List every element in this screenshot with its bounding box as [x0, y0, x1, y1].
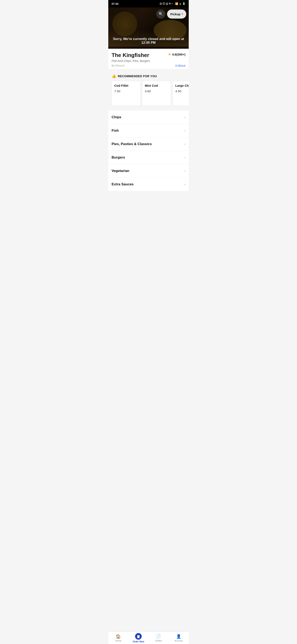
category-burgers[interactable]: Burgers ›	[108, 151, 189, 164]
refresh-icon: ↻	[169, 2, 171, 5]
food-card-name: Mini Cod	[145, 84, 168, 88]
category-name: Vegetarian	[112, 169, 129, 173]
food-card-price: 4.50	[175, 90, 189, 93]
rating-text: 4.6(300+)	[172, 53, 185, 56]
category-name: Pies, Pasties & Classics	[112, 142, 152, 146]
cuisine-text: Fish And Chips, Pies, Burgers	[112, 59, 185, 62]
pickup-button[interactable]: Pickup ▾	[167, 10, 186, 18]
top-navigation: 🔍 Pickup ▾	[108, 8, 189, 21]
wifi-icon: ▲	[179, 2, 182, 5]
star-icon: ★	[168, 52, 171, 56]
restaurant-name: The Kingfisher	[112, 52, 168, 58]
chevron-right-icon: ›	[184, 116, 185, 119]
food-card-price: 4.60	[145, 90, 168, 93]
restaurant-header: The Kingfisher ★ 4.6(300+)	[112, 52, 185, 58]
recommended-title: RECOMMENDED FOR YOU	[118, 74, 157, 78]
status-time: 07:43	[112, 2, 118, 5]
recommended-section: 👍 RECOMMENDED FOR YOU Cod Fillet 7.50 Mi…	[108, 70, 189, 109]
chevron-right-icon: ›	[184, 142, 185, 146]
open-time: 12:00 PM	[141, 41, 156, 44]
food-card-large-chips[interactable]: Large Chips 4.50	[173, 81, 189, 106]
recommended-header: 👍 RECOMMENDED FOR YOU	[108, 74, 189, 81]
chevron-right-icon: ›	[184, 169, 185, 173]
pickup-label: Pickup	[170, 12, 180, 16]
battery-icon: 🔋	[182, 2, 185, 5]
category-extra-sauces[interactable]: Extra Sauces ›	[108, 178, 189, 191]
dot-icon: •	[172, 2, 173, 5]
hero-overlay: 🔍 Pickup ▾ Sorry, We're currently closed…	[108, 8, 189, 49]
food-card-name: Large Chips	[175, 84, 189, 88]
rating-area: ★ 4.6(300+)	[168, 52, 185, 56]
category-chips[interactable]: Chips ›	[108, 111, 189, 124]
restaurant-info: The Kingfisher ★ 4.6(300+) Fish And Chip…	[108, 49, 189, 69]
category-vegetarian[interactable]: Vegetarian ›	[108, 164, 189, 178]
chevron-right-icon: ›	[184, 156, 185, 159]
closed-banner: Sorry, We're currently closed and will o…	[108, 37, 189, 44]
category-name: Extra Sauces	[112, 182, 134, 186]
categories-list: Chips › Fish › Pies, Pasties & Classics …	[108, 111, 189, 191]
category-pies-pasties-classics[interactable]: Pies, Pasties & Classics ›	[108, 138, 189, 151]
chevron-down-icon: ▾	[182, 13, 183, 16]
food-card-mini-cod[interactable]: Mini Cod 4.60	[142, 81, 171, 106]
search-icon: 🔍	[159, 12, 163, 16]
status-icons: ⊡ ⓘ ◫ ↻ • 📶 ▲ 🔋	[160, 2, 185, 6]
status-bar: 07:43 ⊡ ⓘ ◫ ↻ • 📶 ▲ 🔋	[108, 0, 189, 8]
food-card-price: 7.50	[114, 90, 138, 93]
by-label: By Elwood	[112, 64, 124, 67]
about-button[interactable]: ℹ About	[176, 64, 185, 67]
signal-icon: 📶	[175, 2, 178, 5]
food-card-name: Cod Fillet	[114, 84, 138, 88]
chevron-right-icon: ›	[184, 182, 185, 186]
restaurant-footer: By Elwood ℹ About	[112, 64, 185, 67]
about-label: About	[177, 64, 185, 67]
cast-icon: ⊡	[160, 2, 162, 5]
thumbs-up-icon: 👍	[112, 74, 116, 78]
hero-image: 🔍 Pickup ▾ Sorry, We're currently closed…	[108, 8, 189, 49]
info-icon: ℹ	[176, 64, 177, 67]
sim-icon: ◫	[166, 2, 168, 5]
chevron-right-icon: ›	[184, 129, 185, 132]
food-card-cod-fillet[interactable]: Cod Fillet 7.50	[112, 81, 140, 106]
info-status-icon: ⓘ	[163, 2, 165, 6]
search-button[interactable]: 🔍	[156, 10, 165, 18]
category-name: Chips	[112, 115, 121, 119]
section-divider	[108, 69, 189, 70]
category-name: Fish	[112, 128, 119, 133]
recommended-cards-scroll[interactable]: Cod Fillet 7.50 Mini Cod 4.60 Large Chip…	[108, 81, 189, 109]
category-name: Burgers	[112, 156, 125, 160]
category-fish[interactable]: Fish ›	[108, 124, 189, 138]
closed-message-prefix: Sorry, We're currently closed and will o…	[113, 37, 184, 41]
